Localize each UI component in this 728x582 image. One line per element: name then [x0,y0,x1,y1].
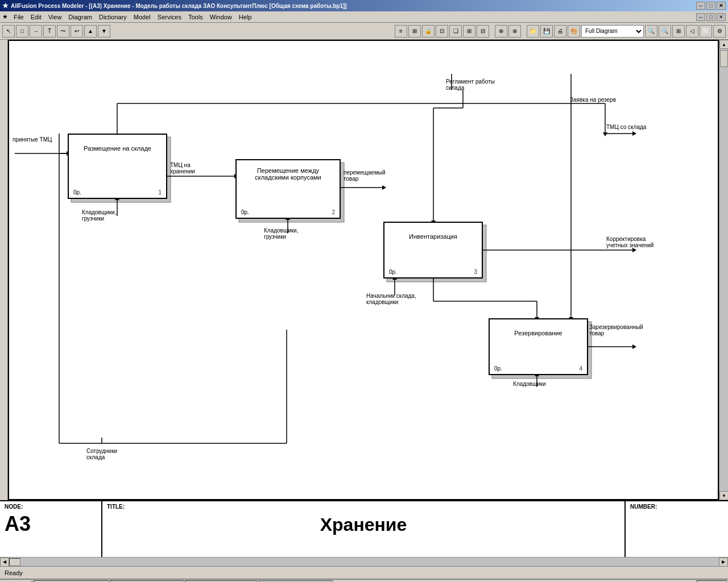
tb-r10[interactable]: 📁 [527,25,539,38]
tb-nav2[interactable]: ⬜ [700,25,712,38]
tb-squiggle-tool[interactable]: 〜 [57,25,69,38]
process-number-2: 2 [332,209,335,215]
tb-r7[interactable]: ⊟ [477,25,489,38]
tb-r1[interactable]: ≡ [395,25,407,38]
arrow-label-tmc-na-khranenii: ТМЦ нахранении [170,162,227,174]
process-number-4: 4 [579,365,582,372]
tb-r8[interactable]: ⊕ [495,25,507,38]
titlebar-left: ★ AllFusion Process Modeler - [(А3) Хран… [2,2,347,10]
tb-box-tool[interactable]: □ [16,25,28,38]
svg-marker-11 [632,131,636,136]
tb-redo-tool[interactable]: ▲ [84,25,97,38]
minimize-button[interactable]: ─ [696,2,705,10]
diagram-border [8,40,719,500]
menu-dictionary[interactable]: Dictionary [96,13,130,22]
mech-label-4: Кладовщики [513,381,570,387]
node-label: NODE: [5,504,97,510]
arrow-label-korrektirovka: Корректировкаучетных значений [606,236,686,248]
tb-r4[interactable]: ⊡ [436,25,448,38]
mdi-maximize-button[interactable]: □ [706,13,715,21]
titlebar-controls: ─ □ ✕ [696,2,726,10]
window-title: AllFusion Process Modeler - [(А3) Хранен… [11,3,347,9]
tb-zoom-out[interactable]: 🔍 [659,25,671,38]
hscroll-thumb[interactable] [9,558,20,566]
arrow-label-zayavka: Заявка на резерв [570,97,644,103]
arrow-label-reglament: Регламент работысклада [446,78,514,91]
scroll-track [719,49,728,491]
tb-text-tool[interactable]: T [43,25,56,38]
process-cost-4: 0р. [494,365,502,372]
tb-r13[interactable]: 🎨 [568,25,580,38]
tb-r11[interactable]: 💾 [540,25,553,38]
arrow-label-tmc-so-sklada: ТМЦ со склада [606,124,680,130]
tb-nav1[interactable]: ◁ [686,25,698,38]
process-label-1: Размещение на складе [73,145,162,152]
arrow-label-peremeshchaemyi: перемещаемыйтовар [344,169,406,182]
right-scrollbar[interactable]: ▲ ▼ [719,40,728,500]
arrow-label-rezerv: Зарезервированныйтовар [589,324,675,336]
title-label: TITLE: [107,504,620,510]
diagram-arrows [8,40,719,500]
tb-extra-tool[interactable]: ▼ [98,25,110,38]
mech-label-3: Начальник склада,кладовщики [366,293,440,305]
titlebar: ★ AllFusion Process Modeler - [(А3) Хран… [0,0,728,11]
process-box-3[interactable]: Инвентаризация 0р. 3 [383,222,483,278]
bottom-node-section: NODE: А3 [0,501,102,557]
process-box-4[interactable]: Резервирование 0р. 4 [489,318,588,375]
menu-window[interactable]: Window [206,13,235,22]
tb-undo-tool[interactable]: ↩ [71,25,83,38]
title-value: Хранение [107,510,620,535]
scroll-thumb[interactable] [720,50,728,67]
tb-r3[interactable]: 🔒 [422,25,435,38]
svg-marker-23 [632,248,636,252]
menu-diagram[interactable]: Diagram [65,13,96,22]
mdi-close-button[interactable]: ✕ [717,13,726,21]
menu-tools[interactable]: Tools [185,13,206,22]
app-icon: ★ [2,2,9,10]
process-label-4: Резервирование [494,330,582,336]
diagram-view-combo[interactable]: Full Diagram [581,25,644,38]
process-number-1: 1 [158,189,162,196]
bottom-title-section: TITLE: Хранение [102,501,626,557]
tb-arrow-tool[interactable]: → [30,25,42,38]
tb-r2[interactable]: ⊞ [408,25,421,38]
main-area: Размещение на складе 0р. 1 Перемещение м… [0,40,728,500]
scroll-up-button[interactable]: ▲ [719,40,728,49]
process-cost-3: 0р. [389,269,397,275]
scroll-right-button[interactable]: ▶ [719,558,728,567]
process-label-2: Перемещение между складскими корпусами [241,167,335,181]
tb-r5[interactable]: ❏ [449,25,462,38]
menu-model[interactable]: Model [130,13,154,22]
bottom-info: NODE: А3 TITLE: Хранение NUMBER: [0,500,728,557]
process-cost-2: 0р. [241,209,249,215]
tb-zoom-in[interactable]: 🔍 [645,25,657,38]
tb-r9[interactable]: ⊗ [508,25,521,38]
tb-r12[interactable]: 🖨 [554,25,566,38]
svg-marker-21 [382,185,386,190]
left-panel [0,40,8,500]
scroll-down-button[interactable]: ▼ [719,491,728,500]
menu-file[interactable]: File [10,13,27,22]
menu-services[interactable]: Services [154,13,185,22]
process-box-1[interactable]: Размещение на складе 0р. 1 [68,134,167,199]
process-box-2[interactable]: Перемещение между складскими корпусами 0… [235,159,341,219]
mdi-minimize-button[interactable]: ─ [696,13,705,21]
canvas-area[interactable]: Размещение на складе 0р. 1 Перемещение м… [8,40,719,500]
maximize-button[interactable]: □ [706,2,715,10]
statusbar: Ready [0,566,728,579]
menu-view[interactable]: View [45,13,65,22]
number-label: NUMBER: [630,504,723,510]
toolbar: ↖ □ → T 〜 ↩ ▲ ▼ ≡ ⊞ 🔒 ⊡ ❏ ⊞ ⊟ ⊕ ⊗ 📁 💾 🖨 … [0,23,728,40]
tb-r6[interactable]: ⊞ [463,25,475,38]
tb-nav3[interactable]: ⚙ [713,25,726,38]
svg-marker-9 [603,132,607,136]
menu-edit[interactable]: Edit [27,13,45,22]
tb-zoom-fit[interactable]: ⊞ [672,25,685,38]
horizontal-scrollbar[interactable]: ◀ ▶ [0,557,728,566]
scroll-left-button[interactable]: ◀ [0,558,9,567]
tb-select-tool[interactable]: ↖ [2,25,15,38]
menu-help[interactable]: Help [235,13,255,22]
close-button[interactable]: ✕ [717,2,726,10]
taskbar: ⊞ пуск ✉ eskiz00@mail.ru: Fwd... 📄 уточн… [0,579,728,582]
app-menu-icon: ★ [2,13,8,20]
